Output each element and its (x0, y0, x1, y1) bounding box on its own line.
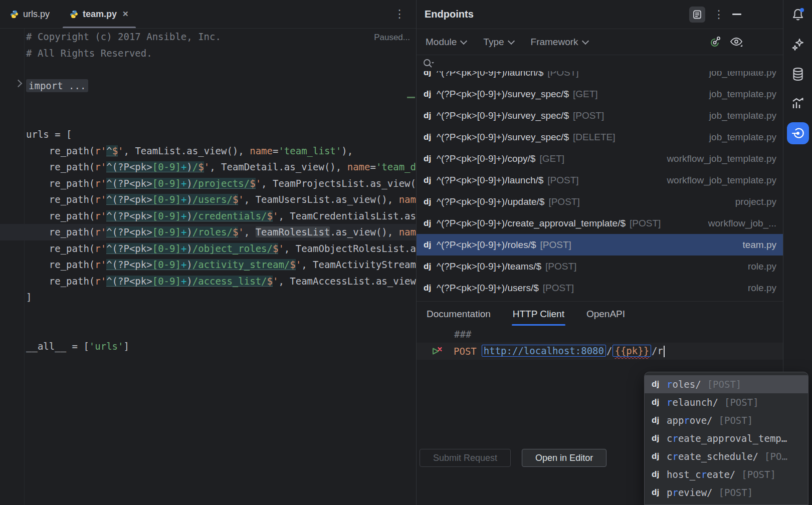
notifications-bell-icon[interactable] (787, 4, 809, 26)
code-token: ^(?P<pk> (106, 259, 152, 270)
search-icon (423, 58, 435, 69)
filter-module[interactable]: Module (426, 37, 466, 48)
endpoint-row[interactable]: dj^(?P<pk>[0-9]+)/copy/$[GET]workflow_jo… (417, 148, 783, 169)
code-token: [0-9] (152, 161, 181, 172)
endpoint-row[interactable]: dj^(?P<pk>[0-9]+)/survey_spec/$[GET]job_… (417, 83, 783, 105)
code-token: ^(?P<pk> (106, 226, 152, 237)
code-token: r' (95, 194, 106, 205)
code-token: 'team_d (376, 161, 416, 172)
completion-item[interactable]: djapprove/[POST] (645, 411, 808, 429)
run-request-icon[interactable] (431, 345, 443, 357)
close-icon[interactable]: ✕ (122, 10, 129, 19)
completion-method: [PO… (764, 451, 787, 462)
endpoint-row[interactable]: dj^(?P<pk>[0-9]+)/survey_spec/$[DELETE]j… (417, 126, 783, 148)
completion-item[interactable]: djrelaunch/[POST] (645, 393, 808, 411)
endpoint-pattern: ^(?P<pk>[0-9]+)/update/$ (437, 196, 544, 207)
url-slash: / (606, 345, 612, 356)
code-token: $ (233, 194, 238, 205)
code-token: ) (186, 178, 192, 189)
http-method: POST (454, 346, 477, 357)
endpoint-method: [GET] (573, 89, 598, 100)
database-icon[interactable] (787, 63, 809, 85)
filter-type[interactable]: Type (483, 37, 513, 48)
filter-label: Type (483, 37, 504, 48)
code-line: re_path(r'^(?P<pk>[0-9]+)/projects/$', T… (0, 175, 416, 192)
python-file-icon (10, 10, 19, 19)
completion-item[interactable]: djcreate_approval_temp… (645, 429, 808, 447)
code-token: ] (26, 292, 32, 303)
endpoint-row[interactable]: dj^(?P<pk>[0-9]+)/survey_spec/$[POST]job… (417, 105, 783, 126)
open-in-editor-button[interactable]: Open in Editor (522, 449, 606, 467)
endpoint-link-icon[interactable] (708, 36, 721, 49)
list-view-icon[interactable] (689, 7, 705, 23)
eye-preview-icon[interactable] (729, 36, 743, 49)
endpoint-row[interactable]: dj^(?P<pk>[0-9]+)/roles/$[POST]team.py (417, 234, 783, 256)
minimize-icon[interactable] (732, 14, 741, 15)
code-token: ' (238, 226, 244, 237)
endpoint-pattern: ^(?P<pk>[0-9]+)/roles/$ (437, 239, 536, 250)
endpoints-tool-icon[interactable] (787, 122, 809, 144)
code-token: re_path( (26, 226, 95, 237)
endpoint-method: [POST] (573, 110, 604, 121)
filter-framework[interactable]: Framework (531, 37, 588, 48)
endpoint-row[interactable]: dj^(?P<pk>[0-9]+)/teams/$[POST]role.py (417, 256, 783, 277)
panel-title: Endpoints (425, 9, 474, 20)
django-framework-icon: dj (424, 154, 437, 164)
url-host-segment[interactable]: http://localhost:8080 (482, 345, 606, 357)
endpoint-method: [POST] (547, 175, 578, 186)
code-area[interactable]: # Copyright (c) 2017 Ansible, Inc.# All … (0, 29, 416, 354)
code-token: ^(?P<pk> (106, 243, 152, 254)
tab-http-client[interactable]: HTTP Client (513, 302, 564, 327)
scrollbar-change-marker (407, 97, 415, 98)
completion-item[interactable]: djhost_create/[POST] (645, 465, 808, 483)
endpoint-row[interactable]: dj^(?P<pk>[0-9]+)/users/$[POST]role.py (417, 277, 783, 299)
completion-method: [POST] (741, 469, 776, 480)
code-token: $ (250, 178, 255, 189)
endpoint-row[interactable]: dj^(?P<pk>[0-9]+)/create_approval_templa… (417, 212, 783, 234)
code-token: ) (186, 194, 192, 205)
profiler-icon[interactable] (787, 92, 809, 114)
completion-item[interactable]: djroles/[POST] (645, 375, 808, 393)
endpoint-row[interactable]: dj^(?P<pk>[0-9]+)/launch/$[POST]job_temp… (417, 71, 783, 83)
endpoint-file: team.py (735, 239, 776, 250)
endpoint-pattern: ^(?P<pk>[0-9]+)/launch/$ (437, 71, 543, 78)
code-token: , TeamObjectRolesList.a (284, 243, 416, 254)
endpoint-row[interactable]: dj^(?P<pk>[0-9]+)/launch/$[POST]workflow… (417, 169, 783, 191)
completion-method: [POST] (719, 487, 753, 498)
tab-openapi[interactable]: OpenAPI (586, 302, 625, 327)
code-token: + (181, 194, 186, 205)
submit-request-button[interactable]: Submit Request (420, 449, 511, 467)
code-token: + (181, 210, 186, 221)
endpoints-list: dj^(?P<pk>[0-9]+)/launch/$[POST]job_temp… (417, 71, 783, 301)
code-token: ' (118, 145, 123, 156)
code-token: [0-9] (152, 210, 181, 221)
chevron-down-icon (581, 37, 588, 44)
endpoint-row[interactable]: dj^(?P<pk>[0-9]+)/update/$[POST]project.… (417, 191, 783, 212)
completion-name: roles/ (667, 379, 701, 390)
endpoint-method: [POST] (545, 261, 576, 272)
endpoints-search-input[interactable] (417, 56, 783, 71)
url-variable-segment[interactable]: {{pk}} (613, 345, 651, 357)
code-token: $ (198, 161, 204, 172)
completion-item[interactable]: djpreview/[POST] (645, 483, 808, 501)
panel-kebab-menu-icon[interactable]: ⋮ (713, 9, 724, 20)
tab-urls-py[interactable]: urls.py (0, 0, 60, 28)
code-token: , TeamActivityStream (301, 259, 416, 270)
request-separator: ### (417, 326, 783, 343)
completion-method: [POST] (719, 415, 753, 426)
tab-team-py[interactable]: team.py ✕ (60, 0, 139, 28)
code-token: /projects/ (192, 178, 250, 189)
code-token: [0-9] (152, 178, 181, 189)
django-framework-icon: dj (424, 89, 437, 99)
ai-assistant-icon[interactable] (787, 34, 809, 56)
code-token: ' (278, 243, 284, 254)
completion-item[interactable]: djcreate_schedule/[PO… (645, 447, 808, 465)
code-token: ' (296, 259, 301, 270)
endpoint-file: job_template.py (702, 89, 776, 100)
tab-documentation[interactable]: Documentation (427, 302, 491, 327)
endpoint-file: job_template.py (702, 110, 776, 121)
code-token: re_path( (26, 210, 95, 221)
request-url[interactable]: http://localhost:8080/{{pk}}/r (481, 345, 665, 357)
editor-kebab-menu-icon[interactable]: ⋮ (383, 9, 416, 20)
django-framework-icon: dj (652, 397, 667, 407)
